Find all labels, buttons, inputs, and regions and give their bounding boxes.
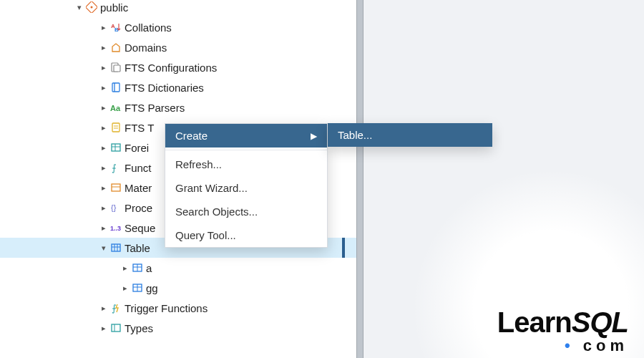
selection-indicator <box>342 238 345 258</box>
tree-label: Proce <box>123 202 152 214</box>
context-submenu-create: Table... <box>328 123 492 147</box>
types-icon <box>109 322 123 334</box>
tree-node-types[interactable]: ▸ Types <box>0 318 356 338</box>
tree-label: Funct <box>123 162 152 174</box>
chevron-right-icon: ▸ <box>99 83 109 92</box>
fts-dictionary-icon <box>109 82 123 93</box>
chevron-down-icon: ▾ <box>99 243 109 253</box>
menu-item-create[interactable]: Create ▶ <box>165 124 327 147</box>
tree-label: Domains <box>123 42 167 54</box>
materialized-view-icon <box>109 182 123 193</box>
menu-label: Grant Wizard... <box>175 182 248 194</box>
menu-label: Query Tool... <box>175 229 236 241</box>
svg-rect-6 <box>112 83 119 92</box>
svg-text:1..3: 1..3 <box>110 225 121 232</box>
tree-label: FTS T <box>123 122 154 134</box>
svg-rect-31 <box>112 324 120 332</box>
chevron-right-icon: ▸ <box>99 43 109 52</box>
menu-item-search-objects[interactable]: Search Objects... <box>165 200 327 223</box>
chevron-down-icon: ▾ <box>74 3 84 12</box>
tree-node-domains[interactable]: ▸ Domains <box>0 37 356 57</box>
tables-icon <box>109 242 123 253</box>
brand-logo: LearnSQL • com <box>497 308 628 355</box>
logo-text-b: SQL <box>572 306 628 338</box>
context-menu: Create ▶ Refresh... Grant Wizard... Sear… <box>165 123 328 248</box>
foreign-table-icon <box>109 142 123 153</box>
chevron-right-icon: ▶ <box>311 131 317 141</box>
tree-label: public <box>99 1 128 14</box>
functions-icon: ⨍ <box>109 162 123 173</box>
fts-parser-icon: Aa <box>109 102 123 113</box>
domains-icon <box>109 42 123 53</box>
panel-divider[interactable] <box>356 0 364 358</box>
menu-label: Refresh... <box>175 158 222 170</box>
logo-dot-icon: • <box>565 337 575 354</box>
tree-node-fts-configurations[interactable]: ▸ FTS Configurations <box>0 57 356 77</box>
svg-text:{}: {} <box>111 203 117 212</box>
chevron-right-icon: ▸ <box>99 324 109 333</box>
tree-label: Mater <box>123 182 152 194</box>
tree-label: gg <box>145 282 158 294</box>
chevron-right-icon: ▸ <box>99 63 109 72</box>
chevron-right-icon: ▸ <box>99 123 109 132</box>
schema-icon <box>84 1 99 13</box>
menu-separator <box>165 150 327 150</box>
menu-label: Create <box>175 130 208 142</box>
tree-label: FTS Parsers <box>123 102 185 114</box>
svg-text:⨍: ⨍ <box>112 163 117 173</box>
tree-node-fts-dictionaries[interactable]: ▸ FTS Dictionaries <box>0 77 356 97</box>
chevron-right-icon: ▸ <box>120 284 130 293</box>
chevron-right-icon: ▸ <box>99 143 109 153</box>
trigger-functions-icon: ⨍ <box>109 302 123 314</box>
svg-rect-12 <box>112 144 120 151</box>
tree-label: Seque <box>123 222 155 234</box>
sequences-icon: 1..3 <box>109 222 123 233</box>
svg-point-1 <box>91 6 93 9</box>
tree-node-trigger-functions[interactable]: ▸ ⨍ Trigger Functions <box>0 298 356 318</box>
tree-node-table-a[interactable]: ▸ a <box>0 258 356 278</box>
chevron-right-icon: ▸ <box>99 23 109 32</box>
chevron-right-icon: ▸ <box>99 163 109 173</box>
content-panel <box>364 0 644 358</box>
svg-rect-5 <box>114 65 120 72</box>
logo-suffix: com <box>583 337 628 354</box>
menu-item-query-tool[interactable]: Query Tool... <box>165 223 327 247</box>
chevron-right-icon: ▸ <box>99 304 109 313</box>
tree-node-table-gg[interactable]: ▸ gg <box>0 278 356 298</box>
chevron-right-icon: ▸ <box>120 263 130 273</box>
fts-config-icon <box>109 62 123 73</box>
menu-item-grant-wizard[interactable]: Grant Wizard... <box>165 176 327 200</box>
chevron-right-icon: ▸ <box>99 203 109 213</box>
tree-node-collations[interactable]: ▸ AB Collations <box>0 17 356 37</box>
tree-label: FTS Configurations <box>123 62 217 74</box>
menu-label: Search Objects... <box>175 205 258 218</box>
svg-rect-16 <box>112 184 120 191</box>
collations-icon: AB <box>109 21 123 33</box>
chevron-right-icon: ▸ <box>99 183 109 193</box>
logo-text-a: Learn <box>497 306 572 338</box>
tree-label: Types <box>123 322 153 334</box>
menu-item-refresh[interactable]: Refresh... <box>165 153 327 176</box>
submenu-item-table[interactable]: Table... <box>328 123 492 147</box>
svg-rect-9 <box>112 123 119 132</box>
chevron-right-icon: ▸ <box>99 223 109 233</box>
tree-label: FTS Dictionaries <box>123 82 204 94</box>
chevron-right-icon: ▸ <box>99 103 109 112</box>
tree-label: Trigger Functions <box>123 302 208 314</box>
tree-node-schema-public[interactable]: ▾ public <box>0 0 356 17</box>
procedures-icon: {} <box>109 202 123 213</box>
table-icon <box>130 282 145 294</box>
tree-node-fts-parsers[interactable]: ▸ Aa FTS Parsers <box>0 97 356 117</box>
tree-label: Forei <box>123 142 149 154</box>
svg-text:Aa: Aa <box>110 104 121 112</box>
tree-label: Collations <box>123 21 172 34</box>
menu-label: Table... <box>338 129 372 141</box>
svg-rect-20 <box>112 244 120 251</box>
tree-label: a <box>145 262 152 274</box>
fts-template-icon <box>109 122 123 133</box>
tree-label: Table <box>123 242 150 254</box>
table-icon <box>130 262 145 274</box>
